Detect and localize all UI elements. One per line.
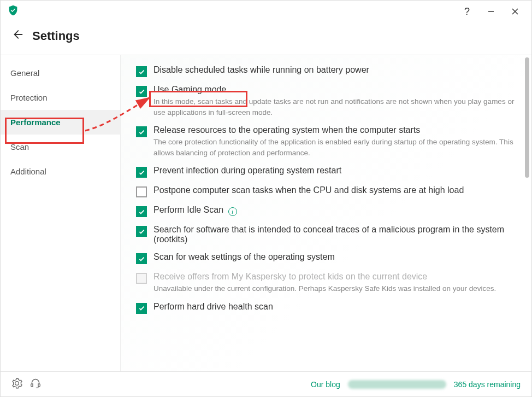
- checkbox[interactable]: [136, 253, 147, 264]
- app-shield-icon: [7, 4, 19, 19]
- setting-release-resources: Release resources to the operating syste…: [136, 125, 516, 158]
- setting-label: Disable scheduled tasks while running on…: [153, 65, 516, 75]
- sidebar-item-additional[interactable]: Additional: [1, 159, 120, 184]
- setting-label: Use Gaming mode: [153, 85, 516, 95]
- setting-label: Search for software that is intended to …: [153, 225, 516, 244]
- setting-hard-drive-health: Perform hard drive health scan: [136, 302, 516, 314]
- settings-sidebar: General Protection Performance Scan Addi…: [1, 55, 121, 371]
- close-button[interactable]: [505, 2, 525, 21]
- setting-postpone-scan-highload: Postpone computer scan tasks when the CP…: [136, 185, 516, 197]
- checkbox[interactable]: [136, 186, 147, 197]
- sidebar-item-scan[interactable]: Scan: [1, 135, 120, 159]
- help-button[interactable]: ?: [457, 2, 477, 21]
- setting-label: Perform Idle Scan i: [153, 205, 516, 216]
- sidebar-item-performance[interactable]: Performance: [1, 110, 120, 135]
- checkbox[interactable]: [136, 206, 147, 217]
- setting-scan-weak-settings: Scan for weak settings of the operating …: [136, 252, 516, 264]
- minimize-button[interactable]: [481, 2, 501, 21]
- setting-label: Receive offers from My Kaspersky to prot…: [153, 272, 516, 282]
- setting-search-rootkits: Search for software that is intended to …: [136, 225, 516, 244]
- account-email-blurred: [348, 380, 446, 389]
- checkbox[interactable]: [136, 66, 147, 77]
- checkbox-disabled: [136, 273, 147, 284]
- setting-idle-scan: Perform Idle Scan i: [136, 205, 516, 217]
- main-area: General Protection Performance Scan Addi…: [1, 55, 531, 371]
- setting-description: Unavailable under the current configurat…: [153, 283, 516, 294]
- back-button[interactable]: [11, 28, 23, 43]
- setting-label: Perform hard drive health scan: [153, 302, 516, 312]
- settings-content: Disable scheduled tasks while running on…: [121, 55, 531, 371]
- scrollbar-thumb[interactable]: [525, 57, 529, 178]
- checkbox[interactable]: [136, 126, 147, 137]
- info-icon[interactable]: i: [228, 207, 237, 216]
- headset-icon[interactable]: [30, 378, 41, 390]
- checkbox[interactable]: [136, 167, 147, 178]
- checkbox[interactable]: [136, 303, 147, 314]
- setting-label: Prevent infection during operating syste…: [153, 166, 516, 176]
- sidebar-item-protection[interactable]: Protection: [1, 85, 120, 110]
- setting-label: Scan for weak settings of the operating …: [153, 252, 516, 262]
- setting-description: In this mode, scan tasks and update task…: [153, 96, 516, 118]
- footer-bar: Our blog 365 days remaining: [1, 371, 531, 396]
- setting-gaming-mode: Use Gaming mode In this mode, scan tasks…: [136, 85, 516, 118]
- setting-label: Postpone computer scan tasks when the CP…: [153, 185, 516, 195]
- setting-prevent-infection-restart: Prevent infection during operating syste…: [136, 166, 516, 178]
- gear-icon[interactable]: [11, 378, 22, 390]
- days-remaining: 365 days remaining: [454, 380, 521, 389]
- setting-label: Release resources to the operating syste…: [153, 125, 516, 135]
- checkbox[interactable]: [136, 86, 147, 97]
- sidebar-item-general[interactable]: General: [1, 61, 120, 85]
- page-header: Settings: [1, 22, 531, 55]
- page-title: Settings: [32, 29, 80, 43]
- checkbox[interactable]: [136, 226, 147, 237]
- setting-kaspersky-kids-offer: Receive offers from My Kaspersky to prot…: [136, 272, 516, 294]
- blog-link[interactable]: Our blog: [311, 380, 340, 389]
- window-titlebar: ?: [1, 1, 531, 22]
- setting-disable-scheduled-battery: Disable scheduled tasks while running on…: [136, 65, 516, 77]
- setting-description: The core protection functionality of the…: [153, 137, 516, 158]
